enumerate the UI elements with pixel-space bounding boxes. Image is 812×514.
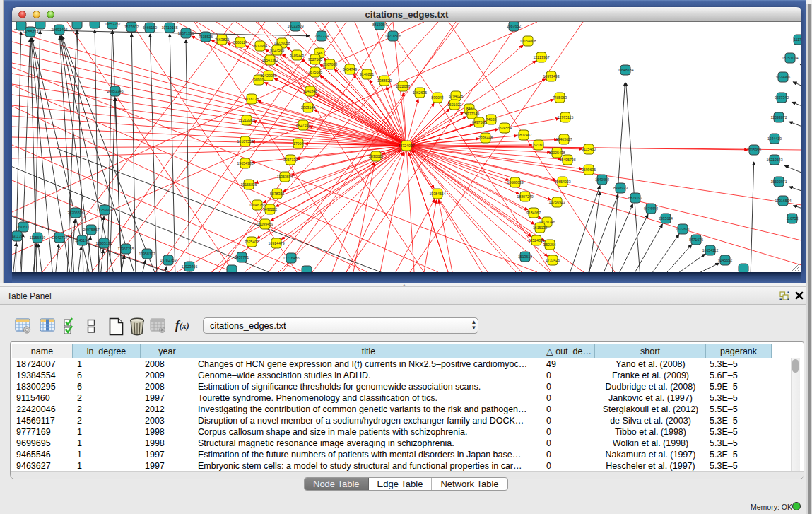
svg-text:2803144: 2803144 <box>301 105 315 110</box>
svg-text:16648784: 16648784 <box>617 68 633 72</box>
svg-text:19218506: 19218506 <box>384 34 401 38</box>
svg-text:1388520: 1388520 <box>377 78 392 83</box>
svg-text:11172: 11172 <box>794 37 801 42</box>
svg-text:10120746: 10120746 <box>539 220 555 224</box>
svg-text:20053346: 20053346 <box>107 89 123 93</box>
svg-text:2087652: 2087652 <box>507 24 521 28</box>
svg-text:10756923: 10756923 <box>548 200 565 204</box>
svg-text:1145194: 1145194 <box>75 238 89 243</box>
svg-text:19384554: 19384554 <box>429 192 445 196</box>
svg-text:20975867: 20975867 <box>83 228 99 232</box>
svg-text:19463627: 19463627 <box>555 137 572 141</box>
svg-text:10154808: 10154808 <box>519 39 536 43</box>
svg-text:13226058: 13226058 <box>273 41 290 45</box>
svg-text:10025438: 10025438 <box>548 151 565 155</box>
svg-text:9227342: 9227342 <box>775 95 789 100</box>
svg-text:10654112: 10654112 <box>702 248 719 252</box>
svg-text:12942737: 12942737 <box>51 235 67 240</box>
svg-text:1615132: 1615132 <box>533 226 547 230</box>
svg-text:3267130: 3267130 <box>283 158 298 162</box>
svg-text:6879197: 6879197 <box>628 196 642 200</box>
svg-text:11353594: 11353594 <box>277 175 293 179</box>
svg-text:16033809: 16033809 <box>287 24 303 28</box>
svg-text:10719155: 10719155 <box>161 25 177 30</box>
svg-text:19166825: 19166825 <box>240 182 257 187</box>
svg-text:6466160: 6466160 <box>143 25 157 30</box>
svg-text:845: 845 <box>466 107 473 111</box>
svg-text:1513614: 1513614 <box>518 255 532 259</box>
svg-text:12905135: 12905135 <box>95 241 112 245</box>
svg-text:2367608: 2367608 <box>323 62 337 66</box>
svg-text:5878334: 5878334 <box>270 192 284 196</box>
svg-text:6497568: 6497568 <box>472 120 486 124</box>
svg-text:9146821: 9146821 <box>360 72 374 76</box>
svg-text:98901: 98901 <box>254 78 264 82</box>
svg-text:546: 546 <box>317 51 323 55</box>
svg-text:10688639: 10688639 <box>507 180 523 185</box>
svg-text:74620: 74620 <box>486 117 497 122</box>
svg-text:26206536: 26206536 <box>67 211 83 215</box>
svg-text:10958107: 10958107 <box>139 252 155 256</box>
svg-text:16782759: 16782759 <box>160 258 176 262</box>
svg-text:8454749: 8454749 <box>343 67 357 71</box>
svg-text:8186328: 8186328 <box>290 53 304 57</box>
svg-text:9327505: 9327505 <box>270 48 284 52</box>
svg-text:2935114: 2935114 <box>659 216 673 221</box>
svg-text:18807249: 18807249 <box>517 194 533 199</box>
svg-text:1322037: 1322037 <box>396 84 410 88</box>
svg-text:13524851: 13524851 <box>528 238 544 243</box>
svg-text:12213369: 12213369 <box>238 118 254 122</box>
svg-text:10973493: 10973493 <box>543 74 559 78</box>
svg-text:16671355: 16671355 <box>177 31 194 35</box>
svg-text:8813054: 8813054 <box>372 23 387 27</box>
svg-text:2718176: 2718176 <box>245 97 259 101</box>
svg-text:7632621: 7632621 <box>676 227 690 231</box>
svg-text:17004: 17004 <box>293 141 304 146</box>
svg-text:3912954: 3912954 <box>253 44 267 48</box>
svg-text:8471676: 8471676 <box>689 238 703 242</box>
svg-text:1640954: 1640954 <box>595 177 609 182</box>
svg-text:9242848: 9242848 <box>303 89 317 93</box>
svg-text:7625402: 7625402 <box>245 240 259 244</box>
svg-text:1624554: 1624554 <box>498 126 512 130</box>
svg-text:9184067: 9184067 <box>526 211 541 215</box>
svg-text:19654923: 19654923 <box>554 180 570 184</box>
svg-text:9527505: 9527505 <box>308 57 322 62</box>
svg-text:15692971: 15692971 <box>770 180 787 184</box>
svg-text:10807487: 10807487 <box>515 133 531 137</box>
svg-text:10653267: 10653267 <box>104 22 120 26</box>
svg-text:9699695: 9699695 <box>582 168 596 172</box>
svg-text:850611: 850611 <box>18 225 30 229</box>
svg-text:6794028: 6794028 <box>449 94 463 98</box>
svg-text:15751074: 15751074 <box>782 56 798 60</box>
svg-text:15495798: 15495798 <box>559 158 575 162</box>
svg-text:17359924: 17359924 <box>96 208 112 212</box>
svg-text:18724007: 18724007 <box>398 144 414 148</box>
svg-text:9474444: 9474444 <box>644 206 658 211</box>
svg-text:8427552: 8427552 <box>296 123 310 127</box>
svg-text:252254: 252254 <box>543 243 555 247</box>
svg-text:14055714: 14055714 <box>22 30 38 34</box>
svg-text:9457771: 9457771 <box>235 255 249 259</box>
svg-text:16107553: 16107553 <box>237 139 253 144</box>
svg-text:9777149: 9777149 <box>465 112 479 116</box>
svg-text:1362635: 1362635 <box>413 90 427 95</box>
svg-text:3675685: 3675685 <box>308 70 322 74</box>
svg-text:3215955: 3215955 <box>747 148 761 152</box>
svg-text:16914479: 16914479 <box>268 241 284 245</box>
svg-text:12975115: 12975115 <box>558 115 574 119</box>
svg-text:7485063: 7485063 <box>553 95 567 100</box>
svg-text:11156819: 11156819 <box>30 235 45 240</box>
svg-text:899044: 899044 <box>431 95 443 100</box>
svg-text:1621022: 1621022 <box>447 103 461 107</box>
svg-text:1527602: 1527602 <box>124 25 139 29</box>
svg-text:1733426: 1733426 <box>546 258 560 262</box>
svg-text:8938923: 8938923 <box>613 186 628 190</box>
svg-text:9498222: 9498222 <box>263 207 277 211</box>
svg-text:391139: 391139 <box>12 234 23 238</box>
svg-text:9115460: 9115460 <box>582 147 596 151</box>
svg-text:116753: 116753 <box>787 216 799 221</box>
svg-text:16099459: 16099459 <box>257 222 273 226</box>
svg-text:17957255: 17957255 <box>117 247 134 251</box>
svg-text:1244419: 1244419 <box>767 136 782 141</box>
